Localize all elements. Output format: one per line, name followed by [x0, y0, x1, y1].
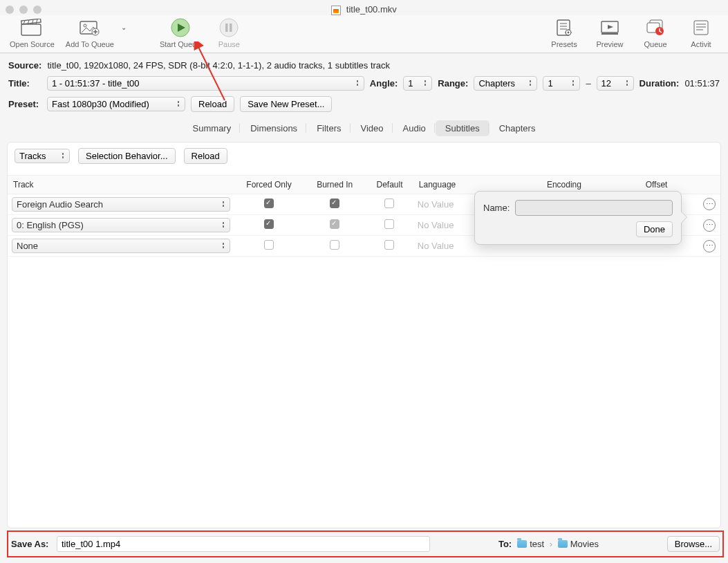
- col-burned: Burned In: [304, 176, 366, 194]
- angle-select[interactable]: 1: [403, 76, 432, 91]
- activity-icon: [689, 18, 713, 37]
- play-icon: [169, 18, 192, 37]
- pause-label: Pause: [218, 40, 240, 48]
- language-value: No Value: [418, 241, 454, 251]
- close-icon[interactable]: [6, 6, 14, 14]
- source-value: title_t00, 1920x1080, 24 FPS, SDR (8-bit…: [47, 60, 390, 71]
- tracks-menu[interactable]: Tracks: [15, 149, 70, 163]
- presets-icon: [552, 18, 576, 37]
- language-value: No Value: [418, 199, 454, 210]
- svg-line-5: [36, 19, 37, 24]
- window-controls: [6, 6, 41, 14]
- tab-filters[interactable]: Filters: [307, 120, 351, 136]
- preview-label: Preview: [596, 40, 623, 48]
- tab-audio[interactable]: Audio: [393, 120, 436, 136]
- svg-point-7: [84, 24, 86, 27]
- popover-name-input[interactable]: [515, 200, 673, 216]
- svg-rect-28: [694, 21, 708, 35]
- track-select[interactable]: 0: English (PGS): [12, 218, 230, 232]
- range-from-select[interactable]: 1: [543, 76, 580, 91]
- duration-label: Duration:: [640, 78, 680, 89]
- track-select[interactable]: None: [12, 239, 230, 253]
- tab-subtitles[interactable]: Subtitles: [436, 120, 489, 136]
- tab-dimensions[interactable]: Dimensions: [241, 120, 307, 136]
- language-value: No Value: [418, 220, 454, 230]
- queue-label: Queue: [644, 40, 666, 48]
- activity-label: Activit: [691, 40, 711, 48]
- browse-button[interactable]: Browse...: [667, 536, 720, 552]
- start-queue-label: Start Queue: [160, 40, 200, 48]
- row-options-icon[interactable]: ⋯: [703, 219, 716, 232]
- preview-icon: [598, 18, 622, 37]
- window-title-text: title_t00.mkv: [346, 4, 397, 15]
- path-folders[interactable]: test › Movies: [517, 539, 599, 549]
- range-to-select[interactable]: 12: [597, 76, 634, 91]
- activity-button[interactable]: Activit: [684, 18, 718, 48]
- preset-label: Preset:: [8, 99, 41, 109]
- save-new-preset-button[interactable]: Save New Preset...: [240, 96, 332, 112]
- default-checkbox[interactable]: [384, 219, 394, 229]
- dropdown-chevron-icon[interactable]: ⌄: [121, 24, 127, 42]
- row-options-icon[interactable]: ⋯: [703, 198, 716, 210]
- forced-checkbox[interactable]: [264, 219, 274, 229]
- presets-label: Presets: [551, 40, 577, 48]
- svg-point-13: [220, 19, 238, 37]
- add-to-queue-button[interactable]: Add To Queue: [66, 18, 114, 48]
- tab-summary[interactable]: Summary: [183, 120, 241, 136]
- preset-select[interactable]: Fast 1080p30 (Modified): [47, 97, 185, 111]
- svg-point-21: [568, 31, 570, 33]
- path-separator: ›: [550, 539, 552, 549]
- popover-done-button[interactable]: Done: [636, 221, 673, 237]
- title-label: Title:: [8, 78, 41, 89]
- queue-button[interactable]: Queue: [638, 18, 673, 48]
- tab-video[interactable]: Video: [351, 120, 393, 136]
- folder-icon: [558, 540, 568, 548]
- default-checkbox[interactable]: [384, 240, 394, 250]
- popover-name-label: Name:: [483, 203, 510, 213]
- svg-rect-14: [225, 24, 228, 32]
- row-options-icon[interactable]: ⋯: [703, 240, 716, 252]
- tracks-reload-button[interactable]: Reload: [184, 148, 227, 164]
- presets-button[interactable]: Presets: [547, 18, 581, 48]
- title-select[interactable]: 1 - 01:51:37 - title_t00: [47, 76, 364, 91]
- angle-label: Angle:: [370, 78, 398, 89]
- settings-tabs: Summary Dimensions Filters Video Audio S…: [0, 120, 728, 136]
- svg-marker-23: [608, 25, 613, 29]
- zoom-icon[interactable]: [33, 6, 41, 14]
- duration-value: 01:51:37: [684, 78, 720, 89]
- range-separator: –: [586, 78, 590, 89]
- preset-reload-button[interactable]: Reload: [191, 96, 234, 112]
- to-label: To:: [498, 539, 512, 549]
- open-source-label: Open Source: [10, 40, 55, 48]
- svg-line-4: [32, 20, 33, 24]
- range-label: Range:: [438, 78, 468, 89]
- preview-button[interactable]: Preview: [592, 18, 627, 48]
- save-bar: Save As: To: test › Movies Browse...: [7, 530, 724, 557]
- file-icon: [331, 6, 341, 15]
- queue-icon: [644, 18, 667, 37]
- pause-icon: [217, 18, 241, 37]
- save-as-label: Save As:: [11, 539, 51, 549]
- selection-behavior-button[interactable]: Selection Behavior...: [78, 148, 176, 164]
- start-queue-button[interactable]: Start Queue: [160, 18, 200, 48]
- clapperboard-icon: [20, 18, 44, 37]
- range-type-select[interactable]: Chapters: [474, 76, 537, 91]
- folder-icon: [517, 540, 527, 548]
- burned-checkbox[interactable]: [330, 240, 339, 250]
- burned-checkbox[interactable]: [330, 199, 339, 208]
- default-checkbox[interactable]: [384, 199, 394, 208]
- forced-checkbox[interactable]: [264, 199, 274, 208]
- open-source-button[interactable]: Open Source: [10, 18, 55, 48]
- burned-checkbox[interactable]: [330, 219, 339, 229]
- svg-rect-15: [230, 24, 232, 32]
- minimize-icon[interactable]: [19, 6, 28, 14]
- col-default: Default: [366, 176, 413, 194]
- tab-chapters[interactable]: Chapters: [489, 120, 545, 136]
- save-filename-input[interactable]: [57, 536, 430, 552]
- col-track: Track: [8, 176, 234, 194]
- main-toolbar: Open Source Add To Queue ⌄ Start Queue P…: [0, 15, 728, 53]
- name-popover: Name: Done: [474, 191, 682, 245]
- forced-checkbox[interactable]: [264, 240, 274, 250]
- folder1: test: [530, 539, 544, 549]
- track-select[interactable]: Foreign Audio Search: [12, 197, 230, 212]
